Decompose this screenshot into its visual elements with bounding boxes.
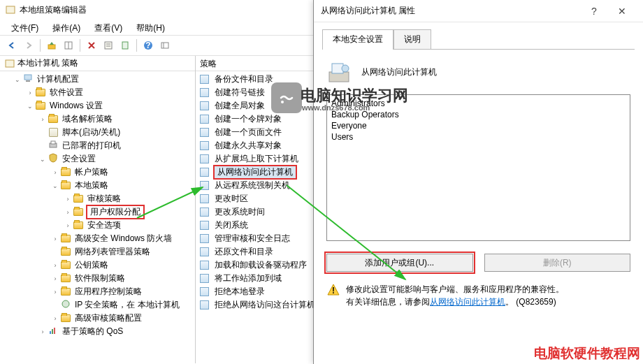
folder-icon bbox=[60, 234, 71, 244]
properties-button[interactable] bbox=[101, 38, 116, 53]
tree-label: 基于策略的 QoS bbox=[61, 325, 124, 338]
warning-link[interactable]: 从网络访问此计算机 bbox=[430, 297, 505, 307]
tree-node[interactable]: 已部署的打印机 bbox=[0, 139, 195, 152]
policy-icon bbox=[200, 221, 211, 231]
members-list[interactable]: AdministratorsBackup OperatorsEveryoneUs… bbox=[326, 94, 630, 241]
svg-text:?: ? bbox=[145, 41, 150, 50]
expand-icon[interactable]: › bbox=[50, 275, 60, 282]
tree-label: 高级审核策略配置 bbox=[73, 312, 143, 325]
tree-node[interactable]: ›帐户策略 bbox=[0, 166, 195, 179]
policy-icon bbox=[200, 287, 211, 297]
member-item[interactable]: Backup Operators bbox=[331, 109, 626, 120]
export-button[interactable] bbox=[117, 38, 133, 53]
menu-file[interactable]: 文件(F) bbox=[6, 21, 44, 34]
expand-icon[interactable]: › bbox=[38, 328, 48, 335]
tree-node[interactable]: ›安全选项 bbox=[0, 219, 195, 232]
folder-icon bbox=[60, 314, 71, 323]
tree-node[interactable]: ⌄安全设置 bbox=[0, 152, 195, 166]
watermark-logo bbox=[271, 82, 302, 113]
expand-icon[interactable]: › bbox=[50, 315, 60, 322]
tree-node[interactable]: ›用户权限分配 bbox=[0, 205, 195, 219]
policy-label: 更改时区 bbox=[213, 192, 250, 205]
tree-node[interactable]: ›公钥策略 bbox=[0, 259, 195, 272]
tree-node[interactable]: ›域名解析策略 bbox=[0, 112, 195, 126]
member-item[interactable]: Everyone bbox=[331, 120, 626, 131]
policy-label: 创建永久共享对象 bbox=[213, 139, 283, 152]
expand-icon[interactable]: › bbox=[25, 89, 35, 96]
filter-button[interactable] bbox=[157, 38, 173, 53]
expand-icon[interactable]: › bbox=[63, 222, 73, 229]
tree-label: 安全选项 bbox=[86, 219, 122, 232]
expand-icon[interactable]: › bbox=[50, 289, 60, 296]
tree-node[interactable]: ›软件限制策略 bbox=[0, 272, 195, 285]
tree-node[interactable]: ›软件设置 bbox=[0, 86, 195, 99]
help-icon[interactable]: ? bbox=[580, 1, 608, 21]
expand-icon[interactable]: › bbox=[38, 116, 48, 123]
dialog-title: 从网络访问此计算机 属性 bbox=[321, 5, 580, 17]
tree-node[interactable]: ›审核策略 bbox=[0, 192, 195, 205]
close-icon[interactable]: ✕ bbox=[608, 1, 636, 21]
tree-label: 软件限制策略 bbox=[73, 272, 127, 285]
tree-node[interactable]: ›高级审核策略配置 bbox=[0, 312, 195, 325]
folder-icon bbox=[73, 208, 84, 217]
tree-label: 本地策略 bbox=[73, 179, 110, 192]
forward-button[interactable] bbox=[21, 38, 36, 53]
add-user-group-button[interactable]: 添加用户或组(U)... bbox=[326, 254, 473, 272]
expand-icon[interactable]: › bbox=[63, 209, 73, 216]
collapse-icon[interactable]: ⌄ bbox=[38, 156, 48, 163]
policy-icon bbox=[200, 234, 211, 244]
folder-icon bbox=[60, 247, 71, 257]
svg-rect-18 bbox=[50, 331, 51, 334]
dialog-titlebar: 从网络访问此计算机 属性 ? ✕ bbox=[314, 0, 643, 22]
policy-label: 从扩展坞上取下计算机 bbox=[213, 152, 300, 166]
up-button[interactable] bbox=[44, 38, 59, 53]
policy-root-icon bbox=[4, 59, 15, 68]
member-item[interactable]: Users bbox=[331, 131, 626, 143]
tree-node[interactable]: ⌄计算机配置 bbox=[0, 73, 195, 86]
folder-icon bbox=[73, 221, 84, 231]
svg-rect-1 bbox=[48, 45, 55, 49]
tree-node[interactable]: ⌄Windows 设置 bbox=[0, 99, 195, 112]
tree-node[interactable]: 脚本(启动/关机) bbox=[0, 126, 195, 139]
collapse-icon[interactable]: ⌄ bbox=[50, 182, 60, 189]
collapse-icon[interactable]: ⌄ bbox=[13, 76, 22, 83]
menu-help[interactable]: 帮助(H) bbox=[131, 21, 171, 34]
svg-rect-20 bbox=[54, 328, 55, 334]
computer-icon bbox=[22, 75, 34, 85]
collapse-icon[interactable]: ⌄ bbox=[25, 103, 35, 110]
policy-icon bbox=[200, 101, 211, 111]
tree-node[interactable]: ›基于策略的 QoS bbox=[0, 325, 195, 338]
tree-node[interactable]: ›应用程序控制策略 bbox=[0, 285, 195, 298]
warning-line1: 修改此设置可能影响与客户端、服务和应用程序的兼容性。 bbox=[346, 283, 564, 296]
tree-node[interactable]: ⌄本地策略 bbox=[0, 179, 195, 192]
tab-explain[interactable]: 说明 bbox=[393, 29, 431, 50]
policy-label: 管理审核和安全日志 bbox=[213, 232, 291, 245]
member-item[interactable]: Administrators bbox=[331, 98, 626, 109]
tree-label: 安全设置 bbox=[61, 152, 97, 166]
svg-rect-16 bbox=[51, 141, 55, 144]
tree-body[interactable]: ⌄计算机配置›软件设置⌄Windows 设置›域名解析策略脚本(启动/关机)已部… bbox=[0, 71, 195, 363]
expand-icon[interactable]: › bbox=[50, 235, 60, 242]
delete-button[interactable] bbox=[84, 38, 99, 53]
menu-action[interactable]: 操作(A) bbox=[47, 21, 86, 34]
back-button[interactable] bbox=[4, 38, 20, 53]
expand-icon[interactable]: › bbox=[50, 262, 60, 269]
policy-icon bbox=[200, 274, 211, 284]
expand-icon[interactable]: › bbox=[63, 196, 73, 203]
folder-icon bbox=[60, 287, 71, 297]
show-hide-button[interactable] bbox=[61, 38, 76, 53]
svg-text:!: ! bbox=[332, 286, 335, 296]
tree-node[interactable]: ›高级安全 Windows 防火墙 bbox=[0, 232, 195, 245]
tree-node[interactable]: 网络列表管理器策略 bbox=[0, 245, 195, 259]
tree-label: 用户权限分配 bbox=[86, 205, 145, 219]
policy-icon bbox=[200, 75, 211, 85]
expand-icon[interactable]: › bbox=[50, 169, 60, 176]
folder-icon bbox=[60, 274, 71, 284]
remove-button: 删除(R) bbox=[484, 254, 631, 272]
policy-label: 从网络访问此计算机 bbox=[213, 165, 297, 180]
help-button[interactable]: ? bbox=[140, 38, 156, 53]
tree-node[interactable]: IP 安全策略，在 本地计算机 bbox=[0, 298, 195, 312]
menu-view[interactable]: 查看(V) bbox=[89, 21, 128, 34]
tab-local-security[interactable]: 本地安全设置 bbox=[322, 29, 393, 50]
tree-header: 本地计算机 策略 bbox=[0, 56, 195, 71]
